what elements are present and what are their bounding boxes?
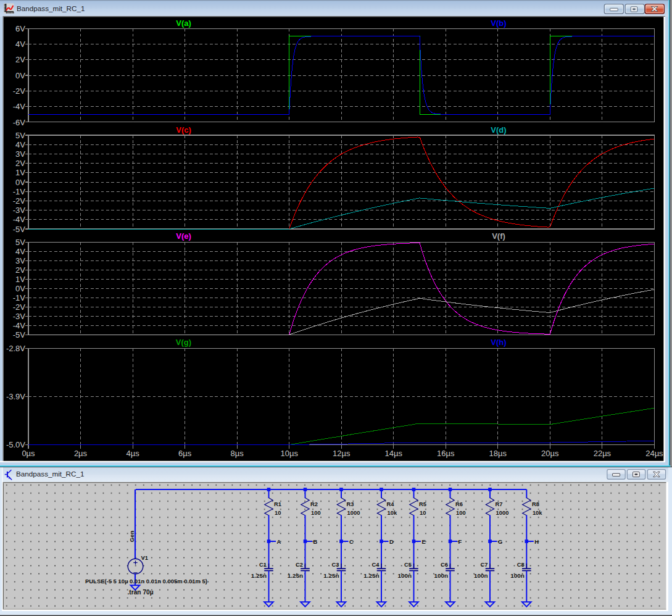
svg-text:16µs: 16µs <box>437 449 455 458</box>
svg-text:2V: 2V <box>15 55 25 64</box>
svg-text:4V: 4V <box>15 40 25 49</box>
svg-text:100n: 100n <box>510 572 525 579</box>
svg-text:V(a): V(a) <box>176 19 191 28</box>
svg-text:R1: R1 <box>274 501 281 507</box>
svg-text:12µs: 12µs <box>333 449 351 458</box>
svg-text:0V: 0V <box>15 178 25 187</box>
svg-text:-4V: -4V <box>13 321 26 330</box>
svg-text:6µs: 6µs <box>178 449 192 458</box>
svg-text:100n: 100n <box>474 572 488 579</box>
svg-text:1000: 1000 <box>496 509 509 516</box>
svg-text:-5V: -5V <box>13 225 26 234</box>
svg-text:10k: 10k <box>388 509 397 516</box>
svg-text:4V: 4V <box>15 140 25 149</box>
svg-text:R4: R4 <box>387 501 395 507</box>
svg-text:-2V: -2V <box>13 302 26 312</box>
svg-text:C6: C6 <box>441 561 448 568</box>
svg-text:-1V: -1V <box>13 293 26 302</box>
svg-text:V(c): V(c) <box>176 125 191 135</box>
svg-text:Gen: Gen <box>128 531 135 543</box>
svg-text:0µs: 0µs <box>22 449 35 458</box>
svg-text:A: A <box>277 538 281 545</box>
svg-text:100n: 100n <box>397 572 412 579</box>
svg-text:R8: R8 <box>532 501 539 507</box>
svg-text:1.25n: 1.25n <box>323 572 339 579</box>
svg-text:C2: C2 <box>296 561 303 568</box>
svg-text:V(h): V(h) <box>491 338 506 347</box>
svg-text:D: D <box>389 538 394 545</box>
svg-text:1.25n: 1.25n <box>363 572 379 579</box>
svg-text:-1V: -1V <box>13 187 26 196</box>
svg-text:E: E <box>422 538 426 545</box>
svg-text:-4V: -4V <box>13 102 26 111</box>
svg-text:R3: R3 <box>347 501 354 507</box>
svg-text:-4V: -4V <box>13 215 26 224</box>
svg-text:Bandpass_mit_RC_1: Bandpass_mit_RC_1 <box>16 470 84 478</box>
svg-text:10: 10 <box>275 509 281 516</box>
svg-text:R6: R6 <box>455 501 463 507</box>
svg-text:C5: C5 <box>404 561 412 568</box>
svg-text:.tran 70µ: .tran 70µ <box>128 589 154 596</box>
svg-text:10k: 10k <box>533 509 542 516</box>
svg-text:8µs: 8µs <box>230 449 244 458</box>
svg-text:2V: 2V <box>15 265 25 275</box>
svg-text:2V: 2V <box>15 159 25 168</box>
svg-text:R2: R2 <box>310 501 318 507</box>
svg-text:10µs: 10µs <box>280 449 298 458</box>
svg-text:B: B <box>313 538 318 545</box>
svg-text:-3V: -3V <box>13 206 26 215</box>
svg-text:V(b): V(b) <box>491 19 506 28</box>
svg-text:20µs: 20µs <box>541 449 559 458</box>
svg-text:H: H <box>534 538 539 545</box>
svg-text:-2V: -2V <box>13 196 26 206</box>
svg-text:Bandpass_mit_RC_1: Bandpass_mit_RC_1 <box>17 4 85 12</box>
svg-text:-3V: -3V <box>13 312 26 321</box>
svg-text:6V: 6V <box>15 24 25 33</box>
svg-text:3V: 3V <box>15 256 25 265</box>
svg-text:G: G <box>498 538 502 545</box>
svg-text:C4: C4 <box>372 561 380 568</box>
svg-text:2µs: 2µs <box>74 449 88 458</box>
svg-text:10: 10 <box>420 509 426 516</box>
svg-text:-2V: -2V <box>13 86 26 96</box>
svg-text:R7: R7 <box>496 501 503 507</box>
svg-text:1.25n: 1.25n <box>288 572 303 579</box>
svg-text:24µs: 24µs <box>645 449 663 458</box>
svg-text:1.25n: 1.25n <box>251 572 267 579</box>
svg-text:C3: C3 <box>332 561 339 568</box>
svg-text:5V: 5V <box>15 131 25 140</box>
svg-text:4µs: 4µs <box>126 449 139 458</box>
svg-text:V(d): V(d) <box>491 125 506 135</box>
svg-text:1V: 1V <box>15 168 25 177</box>
svg-text:100: 100 <box>456 509 466 516</box>
svg-text:C: C <box>349 538 354 545</box>
svg-text:V(f): V(f) <box>492 231 505 241</box>
svg-text:5V: 5V <box>15 238 25 247</box>
svg-text:100n: 100n <box>434 572 448 579</box>
svg-text:18µs: 18µs <box>489 449 507 458</box>
svg-text:V1: V1 <box>141 554 148 561</box>
svg-text:C7: C7 <box>481 561 488 568</box>
svg-text:F: F <box>458 538 462 545</box>
svg-text:C1: C1 <box>259 561 267 568</box>
svg-text:V(g): V(g) <box>176 338 191 347</box>
svg-text:PULSE(-5 5 10µ 0.01n 0.01n 0.0: PULSE(-5 5 10µ 0.01n 0.01n 0.005m 0.01m … <box>85 578 207 585</box>
svg-text:-6V: -6V <box>13 118 26 127</box>
svg-text:100: 100 <box>311 509 321 516</box>
svg-text:1V: 1V <box>15 275 25 284</box>
svg-text:C8: C8 <box>517 561 525 568</box>
svg-text:3V: 3V <box>15 149 25 159</box>
svg-text:-2.8V: -2.8V <box>6 344 25 353</box>
svg-text:14µs: 14µs <box>384 449 402 458</box>
svg-text:0V: 0V <box>15 71 25 80</box>
svg-text:R5: R5 <box>419 501 426 507</box>
svg-text:V(e): V(e) <box>176 231 191 241</box>
svg-text:-3.9V: -3.9V <box>6 392 25 401</box>
svg-text:4V: 4V <box>15 247 25 256</box>
svg-text:1000: 1000 <box>347 509 360 516</box>
svg-text:-5V: -5V <box>13 330 26 339</box>
svg-text:0V: 0V <box>15 284 25 293</box>
svg-text:22µs: 22µs <box>594 449 612 458</box>
